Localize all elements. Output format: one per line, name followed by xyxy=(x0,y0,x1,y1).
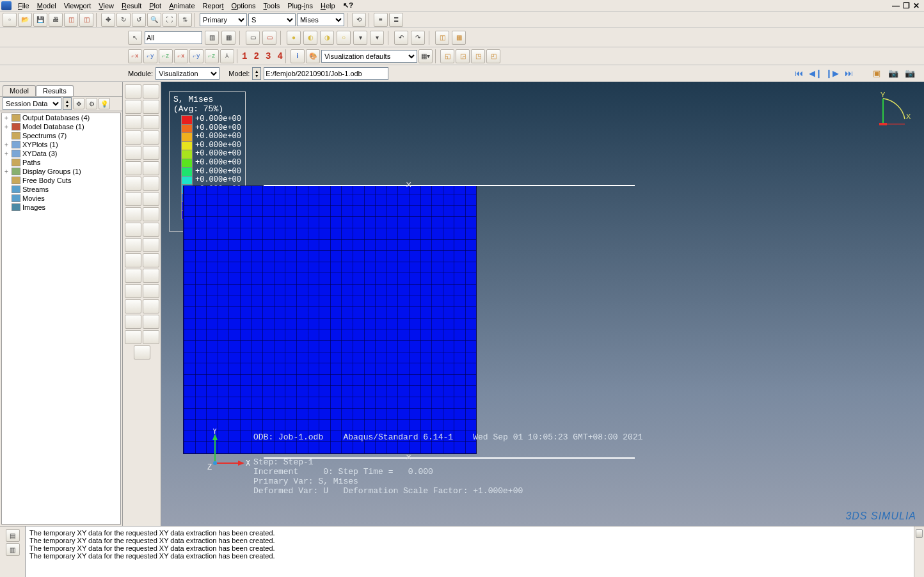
view-3[interactable]: 3 xyxy=(266,51,271,61)
save-icon[interactable]: 💾 xyxy=(33,13,47,27)
csys5-icon[interactable]: ⌐y xyxy=(189,49,203,63)
db2-icon[interactable]: ◫ xyxy=(79,13,93,27)
tree-item[interactable]: Images xyxy=(2,203,120,212)
fit-icon[interactable]: ⛶ xyxy=(163,13,177,27)
toolbox-btn[interactable] xyxy=(143,84,159,99)
menu-plugins[interactable]: Plug-ins xyxy=(283,1,317,11)
viewall-icon[interactable]: ▦ xyxy=(221,31,235,45)
window-close[interactable]: ✕ xyxy=(911,1,921,10)
print-icon[interactable]: 🖶 xyxy=(49,13,63,27)
field-output-select[interactable]: Primary xyxy=(200,13,247,26)
tree-item[interactable]: +Display Groups (1) xyxy=(2,167,120,176)
toolbox-btn[interactable] xyxy=(143,100,159,114)
rectsel-icon[interactable]: ▭ xyxy=(246,31,260,45)
scrollbar-thumb[interactable] xyxy=(916,529,923,538)
circle3-icon[interactable]: ◑ xyxy=(320,31,334,45)
zoom-icon[interactable]: 🔍 xyxy=(147,13,161,27)
menu-file[interactable]: File xyxy=(14,1,33,11)
tree-item[interactable]: Spectrums (7) xyxy=(2,131,120,140)
info-icon[interactable]: i xyxy=(291,49,305,63)
tab-model[interactable]: Model xyxy=(3,85,36,96)
component-select[interactable]: Mises xyxy=(297,13,344,26)
camera3-icon[interactable]: 📷 xyxy=(904,68,916,78)
toolbox-btn[interactable] xyxy=(143,207,159,221)
menu-options[interactable]: Options xyxy=(228,1,260,11)
csys6-icon[interactable]: ⌐z xyxy=(205,49,219,63)
cursor-icon[interactable]: ↖ xyxy=(128,31,142,45)
last-frame-icon[interactable]: ⏭ xyxy=(842,68,855,78)
toolbox-btn[interactable] xyxy=(125,115,141,129)
cycle-icon[interactable]: ⇅ xyxy=(178,13,192,27)
rotate-ccw-icon[interactable]: ↺ xyxy=(132,13,146,27)
multi-icon[interactable]: ▦ xyxy=(452,31,466,45)
first-frame-icon[interactable]: ⏮ xyxy=(792,68,805,78)
db1-icon[interactable]: ◫ xyxy=(64,13,78,27)
dd-icon[interactable]: ▾ xyxy=(353,31,367,45)
rotate-cw-icon[interactable]: ↻ xyxy=(116,13,131,27)
toolbox-btn[interactable] xyxy=(143,192,159,206)
toolbox-btn[interactable] xyxy=(143,177,159,191)
toolbox-btn[interactable] xyxy=(143,238,159,252)
toolbox-btn[interactable] xyxy=(125,284,141,298)
rectsel2-icon[interactable]: ▭ xyxy=(262,31,276,45)
iso3-icon[interactable]: ◳ xyxy=(471,49,485,63)
module-select[interactable]: Visualization xyxy=(155,67,219,80)
dd2-icon[interactable]: ▾ xyxy=(370,31,384,45)
view-1[interactable]: 1 xyxy=(242,51,247,61)
menu-view[interactable]: View xyxy=(95,1,118,11)
menu-tools[interactable]: Tools xyxy=(260,1,284,11)
camera2-icon[interactable]: 📷 xyxy=(887,68,900,78)
toolbox-btn[interactable] xyxy=(143,284,159,298)
toolbox-btn[interactable] xyxy=(143,130,159,145)
circle4-icon[interactable]: ○ xyxy=(337,31,351,45)
toolbox-btn[interactable] xyxy=(143,253,159,267)
toolbox-btn[interactable] xyxy=(125,315,141,329)
tree-filter-icon[interactable]: ✥ xyxy=(73,98,84,109)
menu-help[interactable]: Help xyxy=(317,1,339,11)
toolbox-btn[interactable] xyxy=(125,100,141,114)
toolbox-btn[interactable] xyxy=(125,161,141,175)
message-scrollbar[interactable] xyxy=(914,526,924,577)
toolbox-btn[interactable] xyxy=(143,115,159,129)
toolbox-btn[interactable] xyxy=(125,269,141,283)
open-icon[interactable]: 📂 xyxy=(18,13,32,27)
play-icon[interactable]: ❙▶ xyxy=(825,68,838,78)
iso1-icon[interactable]: ◱ xyxy=(440,49,454,63)
tree-item[interactable]: Streams xyxy=(2,185,120,194)
toolbox-btn[interactable] xyxy=(143,161,159,175)
message-log[interactable]: The temporary XY data for the requested … xyxy=(26,526,914,577)
pan-icon[interactable]: ✥ xyxy=(101,13,115,27)
tree-highlight-icon[interactable]: 💡 xyxy=(99,98,110,109)
tree-item[interactable]: Movies xyxy=(2,194,120,203)
menu-whatsthis[interactable]: ↖? xyxy=(339,0,357,11)
db-icon[interactable]: ◫ xyxy=(435,31,449,45)
toolbox-btn[interactable] xyxy=(143,269,159,283)
redo-icon[interactable]: ↷ xyxy=(411,31,425,45)
sync-icon[interactable]: ⟲ xyxy=(352,13,366,27)
session-data-select[interactable]: Session Data xyxy=(3,97,61,110)
toolbox-btn[interactable] xyxy=(125,207,141,221)
viewport[interactable]: S, Mises (Avg: 75%) +0.000e+00+0.000e+00… xyxy=(161,82,924,526)
tree-item[interactable]: Free Body Cuts xyxy=(2,176,120,185)
toolbox-btn[interactable] xyxy=(125,146,141,160)
tree-item[interactable]: +Output Databases (4) xyxy=(2,113,120,122)
toolbox-btn[interactable] xyxy=(134,345,150,360)
toolbox-btn[interactable] xyxy=(125,223,141,237)
msg-icon1[interactable]: ▤ xyxy=(6,529,20,542)
toolbox-btn[interactable] xyxy=(125,130,141,145)
tree-item[interactable]: Paths xyxy=(2,158,120,167)
menu-viewport[interactable]: Viewport xyxy=(60,1,95,11)
toolbox-btn[interactable] xyxy=(125,238,141,252)
iso2-icon[interactable]: ◲ xyxy=(456,49,470,63)
window-minimize[interactable]: — xyxy=(891,1,901,10)
menu-plot[interactable]: Plot xyxy=(145,1,165,11)
selection-filter-input[interactable] xyxy=(145,31,202,44)
prev-frame-icon[interactable]: ◀❙ xyxy=(809,68,822,78)
toolbox-btn[interactable] xyxy=(143,330,159,344)
results-tree[interactable]: +Output Databases (4)+Model Database (1)… xyxy=(1,113,121,525)
toolbox-btn[interactable] xyxy=(125,330,141,344)
tab-results[interactable]: Results xyxy=(36,85,74,96)
display-group-select[interactable]: Visualization defaults xyxy=(321,50,417,63)
toolbox-btn[interactable] xyxy=(143,223,159,237)
toolbox-btn[interactable] xyxy=(125,299,141,313)
